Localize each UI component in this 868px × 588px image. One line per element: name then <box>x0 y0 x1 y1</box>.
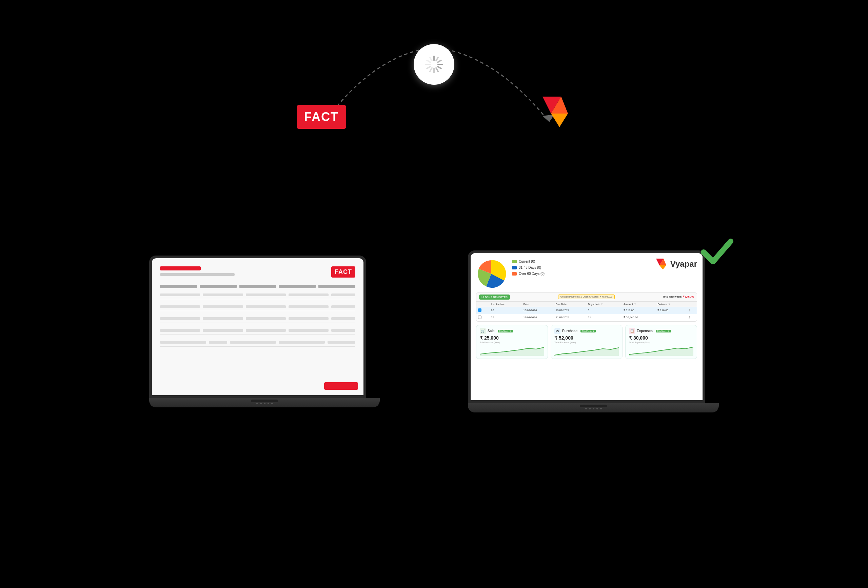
vyapar-summary-cards: 🛒 Sale This Month ▼ ₹ 25,000 Total Incom… <box>476 325 697 359</box>
fact-laptop-screen: FACT <box>149 255 366 398</box>
col-date: Date <box>521 302 554 307</box>
purchase-icon: 🛍 <box>554 328 561 334</box>
col-checkbox <box>476 302 489 307</box>
arc-area: FACT <box>230 27 638 197</box>
fact-floating-badge: FACT <box>297 105 346 129</box>
col-actions <box>687 302 697 307</box>
vyapar-screen-content: Current (0) 31-45 Days (0) Over 60 Days … <box>471 253 703 400</box>
vyapar-laptop-base <box>468 403 719 413</box>
svg-line-12 <box>427 60 430 62</box>
svg-line-3 <box>436 57 438 60</box>
legend-31-45: 31-45 Days (0) <box>519 265 541 271</box>
svg-marker-15 <box>551 113 568 127</box>
table-row <box>160 338 355 347</box>
sale-title: Sale <box>487 329 495 333</box>
main-scene: FACT <box>0 0 868 588</box>
fact-laptop-base <box>149 398 380 407</box>
purchase-chart <box>554 346 619 356</box>
svg-marker-18 <box>660 265 666 270</box>
svg-line-6 <box>437 66 441 68</box>
spinner-icon <box>414 44 454 85</box>
svg-line-9 <box>430 68 432 71</box>
table-row: 20 19/07/2024 19/07/2024 3 ₹ 116.00 ₹ 11… <box>476 307 697 314</box>
vyapar-table-section: ⬡ SEND SELECTED Unused Payments & Open C… <box>476 292 697 321</box>
purchase-title: Purchase <box>562 329 577 333</box>
col-days-late: Days Late ▼ <box>586 302 622 307</box>
svg-line-13 <box>430 57 432 60</box>
expenses-icon: 📋 <box>629 328 635 334</box>
purchase-badge[interactable]: This Month ▼ <box>580 330 596 333</box>
table-row <box>160 303 355 311</box>
laptops-container: FACT <box>149 251 719 413</box>
svg-line-10 <box>427 66 430 68</box>
fact-laptop: FACT <box>149 255 380 407</box>
fact-subtitle-line <box>160 273 235 276</box>
table-row <box>160 291 355 299</box>
total-receivable: Total Receivable: ₹ 5,461.00 <box>663 296 694 298</box>
share-icon[interactable]: ⤴ <box>689 309 690 312</box>
svg-line-4 <box>437 60 441 62</box>
sale-chart <box>480 346 544 356</box>
svg-line-7 <box>436 68 438 71</box>
expenses-amount: ₹ 30,000 <box>629 335 693 340</box>
row-checkbox-checked[interactable] <box>478 308 481 312</box>
col-balance: Balance ▼ <box>656 302 687 307</box>
unused-payments-pill: Unused Payments & Open Cr Notes: ₹ 45,08… <box>558 295 615 299</box>
vyapar-laptop: Current (0) 31-45 Days (0) Over 60 Days … <box>468 251 719 413</box>
fact-footer-button[interactable] <box>324 382 358 390</box>
row-checkbox-empty[interactable] <box>478 315 481 319</box>
expenses-badge[interactable]: This Month ▼ <box>656 330 671 333</box>
col-due-date: Due Date <box>554 302 586 307</box>
table-row <box>160 314 355 323</box>
expenses-chart <box>629 346 693 356</box>
vyapar-logo-icon <box>656 259 668 270</box>
expenses-title: Expenses <box>637 329 653 333</box>
vyapar-logo-text: Vyapar <box>670 259 697 269</box>
vyapar-logo: Vyapar <box>656 259 697 270</box>
table-row: 15 11/07/2024 11/07/2024 11 ₹ 50,445.00 … <box>476 314 697 321</box>
fact-title-line <box>160 267 201 270</box>
sale-card: 🛒 Sale This Month ▼ ₹ 25,000 Total Incom… <box>476 325 548 359</box>
pie-legend: Current (0) 31-45 Days (0) Over 60 Days … <box>512 259 651 277</box>
fact-table-header <box>160 285 355 288</box>
legend-current: Current (0) <box>519 259 535 265</box>
sale-amount: ₹ 25,000 <box>480 335 544 340</box>
sale-badge[interactable]: This Month ▼ <box>498 330 513 333</box>
legend-over-60: Over 60 Days (0) <box>519 271 545 277</box>
purchase-card: 🛍 Purchase This Month ▼ ₹ 52,000 Total E… <box>551 325 623 359</box>
col-invoice: Invoice No. <box>489 302 521 307</box>
share-icon[interactable]: ⤴ <box>689 316 690 319</box>
vyapar-table-toolbar: ⬡ SEND SELECTED Unused Payments & Open C… <box>476 293 697 302</box>
pie-chart <box>476 259 506 289</box>
sale-icon: 🛒 <box>480 328 486 334</box>
expenses-card: 📋 Expenses This Month ▼ ₹ 30,000 Total E… <box>625 325 697 359</box>
send-selected-button[interactable]: ⬡ SEND SELECTED <box>479 295 510 299</box>
fact-screen-content: FACT <box>152 258 363 395</box>
green-checkmark <box>697 232 737 273</box>
expenses-subtitle: Total Expense (Nov) <box>629 341 693 343</box>
purchase-subtitle: Total Expense (Nov) <box>554 341 619 343</box>
vyapar-arrow-icon <box>542 97 576 127</box>
col-amount: Amount ▼ <box>622 302 656 307</box>
table-row <box>160 326 355 335</box>
fact-screen-logo: FACT <box>331 267 355 277</box>
vyapar-laptop-screen: Current (0) 31-45 Days (0) Over 60 Days … <box>468 251 705 403</box>
sale-subtitle: Total Income (Nov) <box>480 341 544 343</box>
vyapar-invoices-table: Invoice No. Date Due Date Days Late ▼ Am… <box>476 302 697 321</box>
purchase-amount: ₹ 52,000 <box>554 335 619 340</box>
